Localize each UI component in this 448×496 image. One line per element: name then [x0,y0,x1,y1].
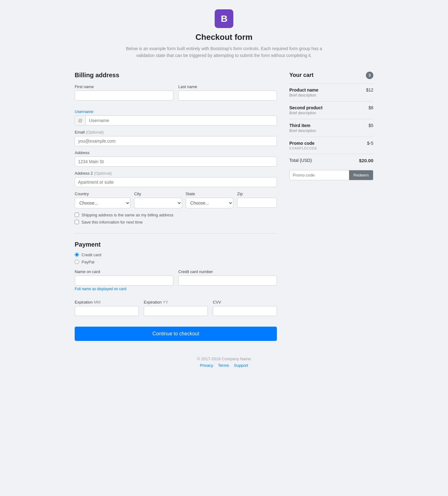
first-name-label: First name [75,84,173,89]
promo-code-input[interactable] [290,170,349,180]
checkout-button[interactable]: Continue to checkout [75,327,277,341]
item-desc: Brief description [289,93,318,97]
address-input[interactable] [75,157,277,167]
paypal-label: PayPal [82,260,94,264]
cc-number-input[interactable] [178,276,277,286]
exp-yy-label: Expiration YY [144,300,208,305]
last-name-input[interactable] [178,91,277,101]
country-select[interactable]: Choose... [75,198,130,208]
total-amount: $20.00 [359,158,373,163]
email-input[interactable] [75,136,277,146]
cart-section: Your cart 3 Product name Brief descripti… [289,72,373,180]
last-name-label: Last name [178,84,277,89]
promo-input-row: Redeem [289,170,373,180]
item-price: $8 [368,105,373,110]
privacy-link[interactable]: Privacy [200,363,213,368]
promo-price: $-5 [367,141,373,146]
item-desc: Brief description [289,129,316,133]
address2-input[interactable] [75,177,277,187]
logo-letter: B [221,13,227,24]
city-select[interactable] [134,198,182,208]
cart-item: Second product Brief description $8 [289,102,373,119]
billing-payment-divider [75,233,277,234]
username-input[interactable] [86,116,277,125]
item-name: Second product [289,105,323,110]
item-name: Product name [289,87,318,92]
save-info-label: Save this information for next time [82,220,143,224]
cc-number-label: Credit card number [178,269,277,274]
copyright: © 2017-2018 Company Name [75,357,373,361]
page-title: Checkout form [75,32,373,42]
at-symbol-icon: @ [75,116,86,125]
item-price: $5 [368,123,373,128]
payment-section: Payment Credit card PayPal Name on card [75,241,277,341]
name-on-card-label: Name on card [75,269,173,274]
email-label: Email (Optional) [75,130,277,135]
credit-card-label: Credit card [82,253,101,257]
terms-link[interactable]: Terms [218,363,229,368]
payment-title: Payment [75,241,277,248]
item-desc: Brief description [289,111,323,115]
item-price: $12 [366,87,373,92]
state-label: State [186,191,234,196]
page-header: B Checkout form Below is an example form… [75,9,373,59]
address-label: Address [75,150,277,155]
city-label: City [134,191,182,196]
cart-badge: 3 [366,72,373,79]
total-label: Total (USD) [289,158,312,163]
exp-mm-input[interactable] [75,306,139,316]
zip-input[interactable] [237,198,277,208]
promo-code: EXAMPLECODE [289,146,317,150]
cart-promo-item: Promo code EXAMPLECODE $-5 [289,137,373,154]
footer: © 2017-2018 Company Name Privacy Terms S… [75,357,373,368]
cart-item: Product name Brief description $12 [289,84,373,102]
billing-section: Billing address First name Last name [75,72,277,224]
name-on-card-hint: Full name as displayed on card [75,287,173,291]
name-on-card-input[interactable] [75,276,173,286]
exp-yy-input[interactable] [144,306,208,316]
credit-card-radio[interactable] [75,253,79,257]
cart-title: Your cart [289,72,314,78]
cart-item: Third item Brief description $5 [289,119,373,137]
cvv-input[interactable] [213,306,277,316]
redeem-button[interactable]: Redeem [349,170,373,180]
exp-mm-label: Expiration MM [75,300,139,305]
promo-name: Promo code [289,141,317,146]
first-name-input[interactable] [75,91,173,101]
cvv-label: CVV [213,300,277,305]
shipping-same-label: Shipping address is the same as my billi… [82,213,174,217]
state-select[interactable]: Choose... [186,198,234,208]
username-label: Username [75,109,277,114]
country-label: Country [75,191,130,196]
address2-label: Address 2 (Optional) [75,171,277,176]
cart-total-row: Total (USD) $20.00 [289,154,373,167]
page-subtitle: Below is an example form built entirely … [124,45,324,59]
billing-title: Billing address [75,72,277,79]
save-info-checkbox[interactable] [75,220,79,224]
support-link[interactable]: Support [234,363,248,368]
item-name: Third item [289,123,316,128]
cart-items-list: Product name Brief description $12 Secon… [289,83,373,167]
shipping-same-checkbox[interactable] [75,213,79,217]
zip-label: Zip [237,191,277,196]
paypal-radio[interactable] [75,260,79,264]
bootstrap-logo: B [215,9,233,28]
